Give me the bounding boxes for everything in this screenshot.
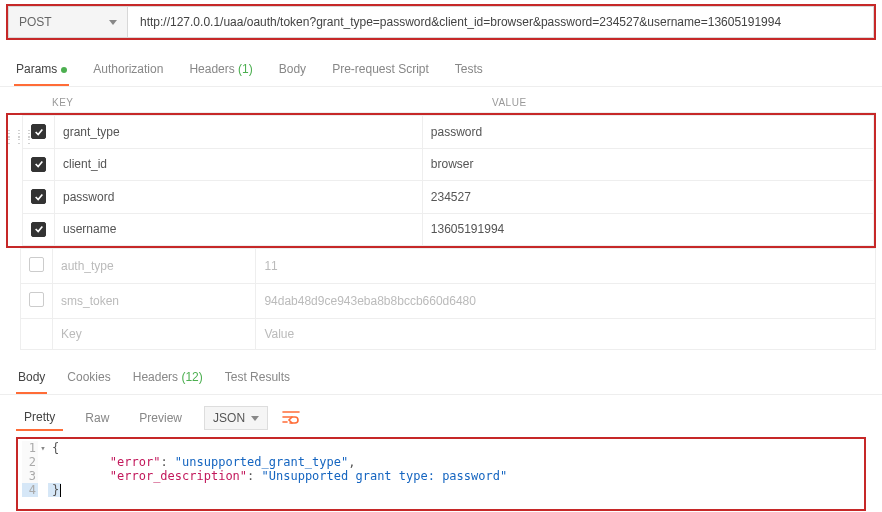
response-body[interactable]: 1▾{ 2 "error": "unsupported_grant_type",… <box>16 437 866 511</box>
json-line-4: } <box>48 483 61 497</box>
param-key[interactable]: grant_type <box>55 116 423 149</box>
params-disabled-table: auth_type11sms_token94dab48d9ce943eba8b8… <box>20 248 876 350</box>
tab-authorization[interactable]: Authorization <box>91 56 165 86</box>
drag-grip-icon: ⋮⋮⋮⋮⋮⋮ <box>4 131 34 143</box>
json-line-3: "error_description": "Unsupported grant … <box>48 469 507 483</box>
params-table: KEY VALUE <box>20 93 876 113</box>
param-checkbox[interactable] <box>31 157 46 172</box>
params-indicator-dot <box>61 67 67 73</box>
param-value[interactable]: 234527 <box>422 181 873 214</box>
param-row[interactable]: client_idbrowser <box>23 148 874 181</box>
param-checkbox[interactable] <box>29 257 44 272</box>
tab-body[interactable]: Body <box>277 56 308 86</box>
http-method-label: POST <box>19 15 52 29</box>
param-key-placeholder[interactable]: Key <box>53 319 256 350</box>
json-line-2: "error": "unsupported_grant_type", <box>48 455 355 469</box>
tab-tests[interactable]: Tests <box>453 56 485 86</box>
request-tabs: Params Authorization Headers (1) Body Pr… <box>0 50 882 87</box>
param-key[interactable]: auth_type <box>53 249 256 284</box>
param-placeholder-row[interactable]: Key Value <box>21 319 876 350</box>
param-checkbox[interactable] <box>31 189 46 204</box>
view-preview[interactable]: Preview <box>131 406 190 430</box>
response-tabs: Body Cookies Headers (12) Test Results <box>0 350 882 395</box>
param-value[interactable]: 11 <box>256 249 876 284</box>
url-input[interactable] <box>128 6 874 38</box>
param-value-placeholder[interactable]: Value <box>256 319 876 350</box>
params-head-key: KEY <box>44 93 484 113</box>
wrap-lines-icon[interactable] <box>282 410 300 427</box>
json-line-1: { <box>48 441 59 455</box>
param-value[interactable]: 13605191994 <box>422 213 873 246</box>
param-key[interactable]: username <box>55 213 423 246</box>
params-head-value: VALUE <box>484 93 876 113</box>
param-value[interactable]: 94dab48d9ce943eba8b8bccb660d6480 <box>256 284 876 319</box>
param-checkbox[interactable] <box>29 292 44 307</box>
param-row[interactable]: grant_typepassword <box>23 116 874 149</box>
param-checkbox[interactable] <box>31 222 46 237</box>
param-value[interactable]: browser <box>422 148 873 181</box>
param-row-disabled[interactable]: sms_token94dab48d9ce943eba8b8bccb660d648… <box>21 284 876 319</box>
param-key[interactable]: client_id <box>55 148 423 181</box>
tab-prerequest[interactable]: Pre-request Script <box>330 56 431 86</box>
view-pretty[interactable]: Pretty <box>16 405 63 431</box>
tab-params[interactable]: Params <box>14 56 69 86</box>
resp-tab-body[interactable]: Body <box>16 366 47 394</box>
chevron-down-icon <box>109 20 117 25</box>
param-row-disabled[interactable]: auth_type11 <box>21 249 876 284</box>
chevron-down-icon <box>251 416 259 421</box>
params-panel: KEY VALUE ⋮⋮⋮⋮⋮⋮ grant_typepasswordclien… <box>6 93 876 350</box>
http-method-select[interactable]: POST <box>8 6 128 38</box>
resp-tab-cookies[interactable]: Cookies <box>65 366 112 394</box>
params-head: KEY VALUE <box>20 93 876 113</box>
resp-tab-headers[interactable]: Headers (12) <box>131 366 205 394</box>
param-key[interactable]: sms_token <box>53 284 256 319</box>
param-value[interactable]: password <box>422 116 873 149</box>
params-rows-table: grant_typepasswordclient_idbrowserpasswo… <box>22 115 874 246</box>
param-row[interactable]: username13605191994 <box>23 213 874 246</box>
param-row[interactable]: password234527 <box>23 181 874 214</box>
body-format-select[interactable]: JSON <box>204 406 268 430</box>
view-raw[interactable]: Raw <box>77 406 117 430</box>
param-key[interactable]: password <box>55 181 423 214</box>
resp-tab-test-results[interactable]: Test Results <box>223 366 292 394</box>
request-row: POST <box>6 4 876 40</box>
response-view-bar: Pretty Raw Preview JSON <box>0 395 882 437</box>
tab-headers[interactable]: Headers (1) <box>187 56 254 86</box>
text-caret <box>60 484 61 497</box>
